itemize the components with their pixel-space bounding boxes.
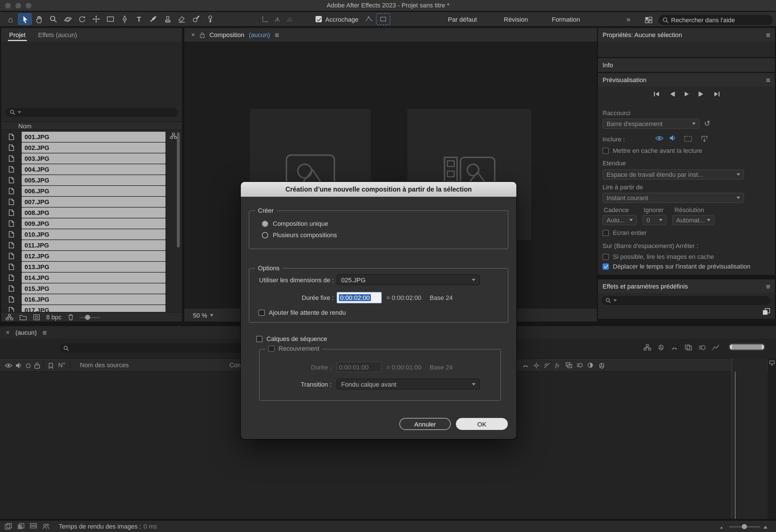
play-cached-checkbox[interactable]: Si possible, lire les images en cache: [603, 253, 714, 260]
thumbnail-size-slider[interactable]: [80, 314, 101, 320]
project-file-row[interactable]: 009.JPG: [1, 218, 182, 229]
quality-icon[interactable]: [544, 363, 550, 368]
cancel-button[interactable]: Annuler: [399, 418, 451, 430]
project-file-row[interactable]: 002.JPG: [1, 142, 182, 153]
audio-speaker-icon[interactable]: [15, 362, 22, 369]
timeline-tab-none[interactable]: (aucun): [15, 329, 37, 336]
pan-behind-tool-icon[interactable]: [89, 13, 103, 25]
dimensions-select[interactable]: 025.JPG: [337, 274, 480, 285]
fixed-duration-input[interactable]: 0:00:02:00: [337, 292, 382, 303]
shy-switch-icon[interactable]: [522, 363, 529, 368]
rectangle-tool-icon[interactable]: [103, 13, 118, 25]
add-render-queue-checkbox[interactable]: Ajouter file attente de rendu: [258, 309, 346, 316]
brush-tool-icon[interactable]: [146, 13, 160, 25]
frame-blend-switch-icon[interactable]: [565, 362, 572, 368]
tab-effets[interactable]: Effets (aucun): [38, 31, 77, 38]
shortcut-select[interactable]: Barre d'espacement: [603, 118, 700, 129]
hide-shy-layers-icon[interactable]: [671, 345, 678, 351]
draft-3d-icon[interactable]: [657, 344, 664, 351]
tab-projet[interactable]: Projet: [8, 29, 27, 41]
previous-frame-icon[interactable]: [668, 91, 675, 97]
workspace-switcher-icon[interactable]: [641, 14, 655, 26]
motion-blur-switch-icon[interactable]: [576, 362, 583, 368]
local-axis-mode-icon[interactable]: [258, 13, 271, 25]
effects-search-field[interactable]: [601, 296, 770, 305]
fullscreen-checkbox[interactable]: Ecran entier: [603, 229, 647, 236]
home-tool-icon[interactable]: ⌂: [3, 13, 18, 25]
timeline-right-scrollbar[interactable]: [768, 358, 776, 519]
last-frame-icon[interactable]: [714, 91, 720, 97]
panel-menu-icon[interactable]: ≡: [766, 31, 770, 38]
radio-multiple-compositions[interactable]: Plusieurs compositions: [262, 232, 337, 238]
puppet-pin-tool-icon[interactable]: [203, 13, 217, 25]
toggle-viewers-icon[interactable]: [5, 523, 12, 530]
project-file-row[interactable]: 006.JPG: [1, 185, 182, 196]
label-color-icon[interactable]: [48, 363, 54, 369]
project-file-row[interactable]: 013.JPG: [1, 261, 182, 272]
search-options-chevron-icon[interactable]: [18, 111, 21, 113]
project-file-row[interactable]: 017.JPG: [1, 304, 182, 312]
workspace-tab-review[interactable]: Révision: [504, 16, 528, 22]
frame-blending-icon[interactable]: [685, 344, 692, 351]
effects-presets-panel-header[interactable]: Effets et paramètres prédéfinis ≡: [598, 279, 775, 293]
close-panel-icon[interactable]: ×: [6, 328, 10, 336]
close-panel-icon[interactable]: ×: [191, 31, 195, 39]
video-eye-icon[interactable]: [5, 363, 13, 368]
time-ruler-column[interactable]: [732, 358, 767, 519]
collaboration-icon[interactable]: [42, 523, 50, 530]
source-name-column-label[interactable]: Nom des sources: [80, 361, 129, 368]
snapshot-icon[interactable]: [17, 523, 24, 530]
skip-select[interactable]: 0: [642, 215, 666, 225]
ok-button[interactable]: OK: [456, 418, 508, 430]
slider-handle[interactable]: [85, 314, 90, 320]
range-select[interactable]: Espace de travail étendu par inst...: [603, 169, 744, 180]
include-overlays-icon[interactable]: [684, 136, 692, 142]
pen-tool-icon[interactable]: [118, 13, 132, 25]
current-time-indicator[interactable]: [735, 372, 736, 519]
resolution-select[interactable]: Automat...: [672, 215, 714, 225]
navigator-right-handle[interactable]: [762, 344, 764, 349]
project-file-row[interactable]: 016.JPG: [1, 294, 182, 304]
zoom-slider-handle[interactable]: [742, 524, 747, 529]
overlap-checkbox[interactable]: Recouvrement: [265, 345, 322, 352]
selection-tool-icon[interactable]: [18, 13, 32, 25]
3d-layer-icon[interactable]: [598, 362, 605, 369]
reset-icon[interactable]: ↺: [704, 119, 710, 128]
solo-icon[interactable]: [26, 363, 31, 368]
roto-brush-tool-icon[interactable]: [189, 13, 203, 25]
workspace-tab-learn[interactable]: Formation: [552, 16, 580, 22]
project-file-row[interactable]: 010.JPG: [1, 229, 182, 240]
panel-menu-icon[interactable]: ≡: [42, 329, 47, 336]
workspace-tab-default[interactable]: Par défaut: [448, 16, 477, 22]
lock-icon[interactable]: [34, 362, 40, 369]
text-tool-icon[interactable]: T: [132, 13, 146, 25]
panel-menu-icon[interactable]: ≡: [766, 283, 770, 290]
name-column-header[interactable]: Nom: [1, 121, 182, 130]
eraser-tool-icon[interactable]: [175, 13, 189, 25]
clone-stamp-tool-icon[interactable]: [160, 13, 175, 25]
project-file-row[interactable]: 012.JPG: [1, 250, 182, 261]
lock-icon[interactable]: [200, 32, 205, 38]
play-from-select[interactable]: Instant courant: [603, 193, 744, 203]
info-panel-tab[interactable]: Info: [598, 58, 775, 72]
snap-along-edges-icon[interactable]: [362, 13, 376, 25]
composition-tab-none[interactable]: (aucun): [249, 31, 270, 38]
framerate-select[interactable]: Auto...: [603, 215, 637, 225]
save-preview-icon[interactable]: [701, 135, 708, 142]
project-file-row[interactable]: 008.JPG: [1, 207, 182, 218]
zoom-tool-icon[interactable]: [46, 13, 60, 25]
snapping-checkbox[interactable]: [316, 16, 322, 22]
motion-blur-icon[interactable]: [699, 344, 706, 351]
collapse-transformations-icon[interactable]: [533, 362, 540, 369]
navigator-left-handle[interactable]: [730, 344, 732, 349]
zoom-out-mountains-icon[interactable]: [720, 525, 725, 529]
timeline-search-field[interactable]: [59, 343, 242, 353]
project-file-row[interactable]: 015.JPG: [1, 283, 182, 294]
comp-marker-bin-icon[interactable]: [769, 360, 775, 366]
project-file-row[interactable]: 011.JPG: [1, 240, 182, 250]
zoom-level-select[interactable]: 50 %: [193, 312, 207, 318]
zoom-in-mountains-icon[interactable]: [763, 524, 769, 529]
hand-tool-icon[interactable]: [32, 13, 46, 25]
orbit-camera-tool-icon[interactable]: [60, 13, 75, 25]
project-file-row[interactable]: 004.JPG: [1, 164, 182, 175]
